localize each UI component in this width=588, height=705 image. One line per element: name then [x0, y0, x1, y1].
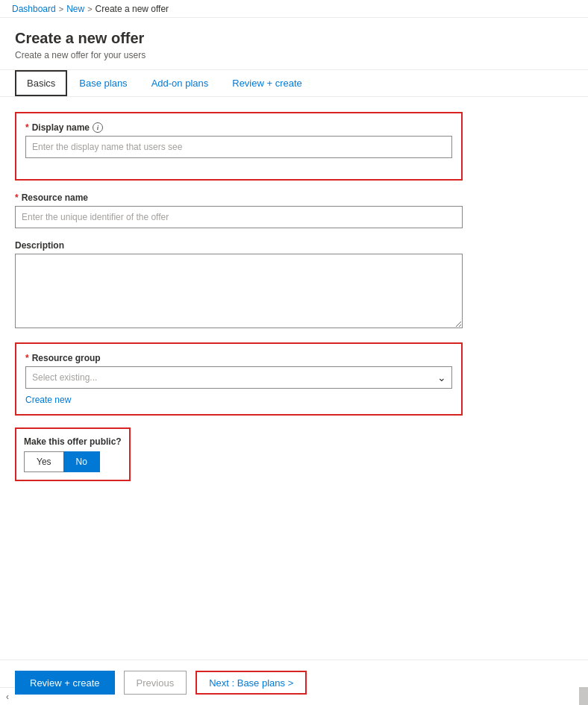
display-name-info-icon[interactable]: i: [93, 122, 103, 133]
create-new-link[interactable]: Create new: [25, 395, 71, 405]
resource-group-label: * Resource group: [25, 353, 452, 363]
chevron-left-icon[interactable]: ‹: [0, 687, 15, 705]
main-content: Create a new offer Create a new offer fo…: [0, 18, 588, 667]
previous-button: Previous: [124, 671, 187, 695]
top-bar: Dashboard > New > Create a new offer: [0, 0, 588, 18]
make-public-toggle: Yes No: [24, 451, 122, 472]
make-public-no[interactable]: No: [63, 451, 100, 472]
display-name-input[interactable]: [25, 136, 452, 158]
resource-group-section: * Resource group Select existing... Crea…: [15, 342, 463, 416]
breadcrumb-current: Create a new offer: [96, 4, 169, 14]
tab-review-create[interactable]: Review + create: [220, 70, 314, 96]
resource-name-label-text: Resource name: [22, 192, 88, 203]
resource-name-label: * Resource name: [15, 192, 463, 203]
display-name-required: *: [25, 122, 29, 133]
tabs-bar: Basics Base plans Add-on plans Review + …: [0, 70, 588, 97]
display-name-label: * Display name i: [25, 122, 452, 133]
tab-addon-plans[interactable]: Add-on plans: [140, 70, 221, 96]
description-group: Description: [15, 240, 463, 330]
make-public-group: Make this offer public? Yes No: [24, 436, 122, 472]
resource-group-label-text: Resource group: [32, 353, 101, 363]
display-name-section: * Display name i: [15, 112, 463, 181]
description-input[interactable]: [15, 254, 463, 328]
description-label-text: Description: [15, 240, 64, 251]
resource-name-group: * Resource name: [15, 192, 463, 228]
resource-group-group: * Resource group Select existing...: [25, 353, 452, 389]
breadcrumb-new[interactable]: New: [66, 4, 84, 14]
display-name-label-text: Display name: [32, 122, 90, 133]
resource-group-select[interactable]: Select existing...: [25, 366, 452, 389]
tab-basics[interactable]: Basics: [15, 70, 67, 96]
make-public-label: Make this offer public?: [24, 436, 122, 447]
review-create-button[interactable]: Review + create: [15, 671, 115, 695]
make-public-section: Make this offer public? Yes No: [15, 427, 131, 481]
resource-name-required: *: [15, 192, 19, 203]
make-public-yes[interactable]: Yes: [24, 451, 63, 472]
page-title: Create a new offer: [15, 30, 573, 47]
breadcrumb-dashboard[interactable]: Dashboard: [12, 4, 56, 14]
breadcrumb-sep-2: >: [87, 4, 92, 13]
page-subtitle: Create a new offer for your users: [15, 50, 573, 60]
resource-group-select-wrapper: Select existing...: [25, 366, 452, 389]
form-area: * Display name i * Resource name Descrip…: [0, 97, 478, 496]
page-header: Create a new offer Create a new offer fo…: [0, 18, 588, 70]
resource-name-input[interactable]: [15, 206, 463, 228]
scrollbar[interactable]: [579, 687, 588, 705]
tab-base-plans[interactable]: Base plans: [67, 70, 139, 96]
resource-group-required: *: [25, 353, 29, 363]
breadcrumb: Dashboard > New > Create a new offer: [12, 4, 169, 14]
next-button[interactable]: Next : Base plans >: [196, 671, 307, 695]
description-label: Description: [15, 240, 463, 251]
display-name-group: * Display name i: [25, 122, 452, 158]
breadcrumb-sep-1: >: [59, 4, 63, 13]
bottom-bar: Review + create Previous Next : Base pla…: [0, 659, 588, 705]
